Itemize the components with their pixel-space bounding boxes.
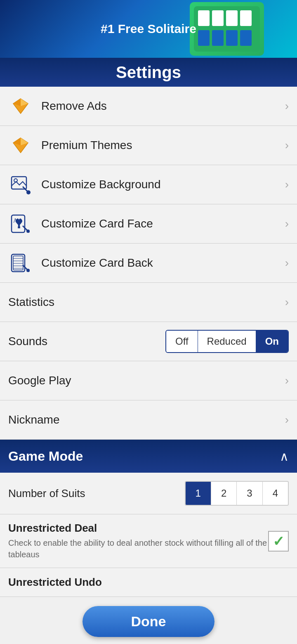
- nickname-label: Nickname: [8, 413, 285, 426]
- sounds-label: Sounds: [8, 335, 165, 348]
- remove-ads-label: Remove Ads: [41, 99, 285, 113]
- unrestricted-deal-description: Check to enable the ability to deal anot…: [8, 537, 268, 560]
- game-mode-content: Number of Suits 1 2 3 4 Unrestricted Dea…: [0, 473, 297, 597]
- done-bar: Done: [0, 599, 297, 644]
- svg-point-18: [26, 190, 31, 194]
- customize-card-back-label: Customize Card Back: [41, 256, 285, 270]
- game-mode-header[interactable]: Game Mode ∧: [0, 440, 297, 473]
- unrestricted-deal-text: Unrestricted Deal Check to enable the ab…: [8, 522, 268, 560]
- suits-2-button[interactable]: 2: [211, 482, 237, 505]
- sounds-off-button[interactable]: Off: [166, 331, 198, 352]
- chevron-right-icon-5: ›: [285, 256, 289, 270]
- chevron-right-icon-4: ›: [285, 217, 289, 230]
- premium-themes-label: Premium Themes: [41, 139, 285, 152]
- customize-background-label: Customize Background: [41, 178, 285, 191]
- card-spade-icon: A: [8, 211, 33, 236]
- svg-rect-3: [226, 10, 238, 26]
- menu-item-statistics[interactable]: Statistics ›: [0, 283, 297, 322]
- chevron-right-icon-2: ›: [285, 139, 289, 152]
- sounds-reduced-button[interactable]: Reduced: [198, 331, 256, 352]
- page-title: Settings: [116, 63, 181, 82]
- chevron-right-icon-7: ›: [285, 374, 289, 387]
- svg-rect-6: [212, 30, 224, 46]
- svg-rect-4: [240, 10, 252, 26]
- ad-text: #1 Free Solitaire: [101, 22, 196, 36]
- sounds-row: Sounds Off Reduced On: [0, 322, 297, 361]
- unrestricted-deal-title: Unrestricted Deal: [8, 522, 268, 535]
- svg-rect-1: [198, 10, 210, 26]
- unrestricted-deal-checkbox[interactable]: ✓: [268, 531, 289, 552]
- unrestricted-undo-row: Unrestricted Undo: [0, 568, 297, 597]
- menu-item-premium-themes[interactable]: Premium Themes ›: [0, 126, 297, 165]
- chevron-right-icon-6: ›: [285, 296, 289, 309]
- suits-toggle: 1 2 3 4: [185, 481, 289, 506]
- ad-banner[interactable]: #1 Free Solitaire: [0, 0, 297, 58]
- suits-3-button[interactable]: 3: [237, 482, 262, 505]
- diamond-icon: [8, 94, 33, 118]
- unrestricted-deal-row[interactable]: Unrestricted Deal Check to enable the ab…: [0, 514, 297, 568]
- settings-header: Settings: [0, 58, 297, 87]
- svg-rect-2: [212, 10, 224, 26]
- chevron-right-icon-3: ›: [285, 178, 289, 191]
- game-mode-label: Game Mode: [8, 449, 280, 464]
- menu-item-remove-ads[interactable]: Remove Ads ›: [0, 87, 297, 126]
- menu-item-customize-card-back[interactable]: Customize Card Back ›: [0, 244, 297, 283]
- ad-card-image: [190, 2, 264, 56]
- diamond-icon-2: [8, 133, 33, 158]
- statistics-label: Statistics: [8, 296, 285, 309]
- svg-rect-8: [240, 30, 252, 46]
- number-of-suits-row: Number of Suits 1 2 3 4: [0, 473, 297, 514]
- image-edit-icon: [8, 172, 33, 197]
- sounds-toggle: Off Reduced On: [165, 330, 289, 353]
- chevron-up-icon: ∧: [280, 449, 289, 464]
- card-pattern-icon: [8, 251, 33, 275]
- google-play-label: Google Play: [8, 374, 285, 387]
- customize-card-face-label: Customize Card Face: [41, 217, 285, 230]
- svg-rect-23: [12, 254, 25, 272]
- svg-point-22: [26, 230, 30, 233]
- svg-point-31: [26, 269, 30, 272]
- suits-4-button[interactable]: 4: [263, 482, 288, 505]
- svg-rect-7: [226, 30, 238, 46]
- suits-1-button[interactable]: 1: [186, 482, 211, 505]
- done-button[interactable]: Done: [82, 606, 214, 637]
- chevron-right-icon-8: ›: [285, 413, 289, 426]
- menu-item-customize-background[interactable]: Customize Background ›: [0, 165, 297, 204]
- settings-list: Remove Ads › Premium Themes › Customize …: [0, 87, 297, 599]
- checkbox-check-icon: ✓: [273, 533, 284, 549]
- svg-rect-5: [198, 30, 210, 46]
- menu-item-google-play[interactable]: Google Play ›: [0, 361, 297, 400]
- unrestricted-undo-title: Unrestricted Undo: [8, 576, 102, 589]
- sounds-on-button[interactable]: On: [256, 331, 288, 352]
- menu-item-nickname[interactable]: Nickname ›: [0, 400, 297, 440]
- number-of-suits-label: Number of Suits: [8, 487, 185, 500]
- menu-item-customize-card-face[interactable]: A Customize Card Face ›: [0, 204, 297, 244]
- svg-rect-24: [13, 256, 23, 270]
- chevron-right-icon: ›: [285, 99, 289, 113]
